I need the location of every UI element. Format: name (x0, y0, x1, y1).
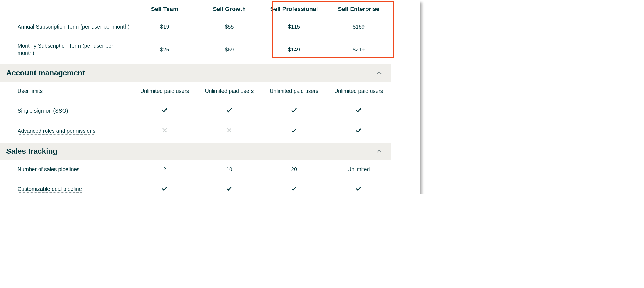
user-limits-growth: Unlimited paid users (197, 82, 262, 100)
price-annual-growth: $55 (197, 18, 262, 36)
section-header-sales[interactable]: Sales tracking (0, 143, 391, 160)
price-annual-team: $19 (132, 18, 197, 36)
check-icon (290, 187, 297, 193)
x-icon (226, 129, 233, 135)
price-monthly-team: $25 (132, 41, 197, 59)
row-label-roles[interactable]: Advanced roles and permissions (0, 121, 132, 141)
sso-enterprise (326, 101, 391, 121)
plan-header-growth: Sell Growth (197, 0, 262, 17)
section-title-sales: Sales tracking (6, 147, 57, 156)
check-icon (290, 129, 297, 135)
section-header-account[interactable]: Account management (0, 64, 391, 82)
price-monthly-growth: $69 (197, 41, 262, 59)
roles-team (132, 121, 197, 141)
sso-growth (197, 101, 262, 121)
check-icon (226, 109, 233, 115)
section-title-account: Account management (6, 69, 85, 77)
pipelines-enterprise: Unlimited (326, 160, 391, 178)
plan-header-professional: Sell Professional (262, 0, 326, 17)
pricing-comparison-frame: Sell Team Sell Growth Sell Professional … (0, 0, 420, 194)
row-label-annual: Annual Subscription Term (per user per m… (0, 17, 132, 36)
pipelines-growth: 10 (197, 160, 262, 178)
price-monthly-professional: $149 (262, 41, 326, 59)
row-label-user-limits: User limits (0, 82, 132, 101)
sso-label-text: Single sign-on (SSO) (18, 108, 68, 114)
pipelines-team: 2 (132, 160, 197, 178)
x-icon (161, 129, 168, 135)
chevron-up-icon (375, 147, 383, 155)
user-limits-team: Unlimited paid users (132, 82, 197, 100)
row-label-monthly: Monthly Subscription Term (per user per … (0, 36, 132, 63)
roles-professional (262, 121, 326, 141)
sso-professional (262, 101, 326, 121)
pipelines-professional: 20 (262, 160, 326, 178)
roles-label-text: Advanced roles and permissions (18, 128, 95, 135)
chevron-up-icon (375, 69, 383, 77)
roles-growth (197, 121, 262, 141)
custdeal-label-text: Customizable deal pipeline (18, 186, 82, 193)
user-limits-professional: Unlimited paid users (262, 82, 326, 100)
custdeal-enterprise (326, 179, 391, 194)
custdeal-team (132, 179, 197, 194)
row-label-sso[interactable]: Single sign-on (SSO) (0, 101, 132, 120)
plan-header-team: Sell Team (132, 0, 197, 17)
check-icon (161, 187, 168, 193)
header-spacer (0, 4, 132, 13)
check-icon (355, 109, 362, 115)
check-icon (355, 129, 362, 135)
custdeal-growth (197, 179, 262, 194)
check-icon (355, 187, 362, 193)
row-label-pipelines: Number of sales pipelines (0, 160, 132, 179)
check-icon (290, 109, 297, 115)
row-label-custdeal[interactable]: Customizable deal pipeline (0, 180, 132, 194)
plan-header-enterprise: Sell Enterprise (326, 0, 391, 17)
check-icon (226, 187, 233, 193)
sso-team (132, 101, 197, 121)
roles-enterprise (326, 121, 391, 141)
price-monthly-enterprise: $219 (326, 41, 391, 59)
user-limits-enterprise: Unlimited paid users (326, 82, 391, 100)
check-icon (161, 109, 168, 115)
price-annual-professional: $115 (262, 18, 326, 36)
custdeal-professional (262, 179, 326, 194)
pricing-table: Sell Team Sell Growth Sell Professional … (0, 0, 420, 194)
price-annual-enterprise: $169 (326, 18, 391, 36)
